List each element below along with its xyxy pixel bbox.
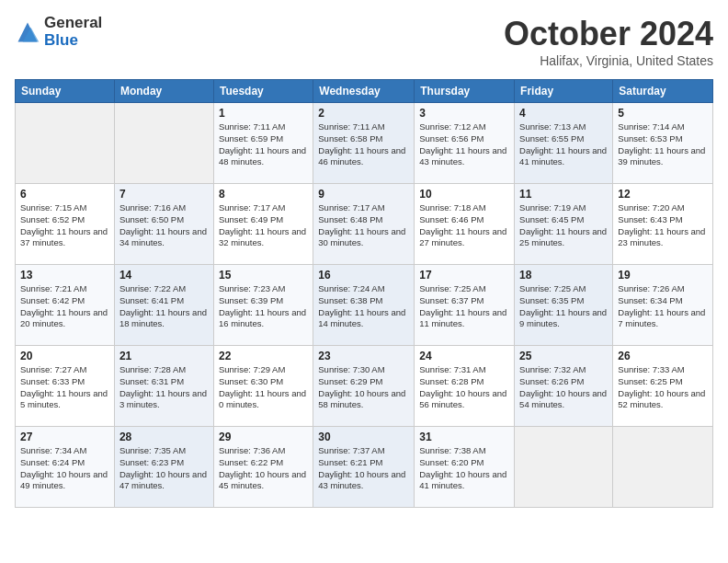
calendar-header: SundayMondayTuesdayWednesdayThursdayFrid…	[16, 80, 713, 103]
day-info: Sunrise: 7:25 AM Sunset: 6:35 PM Dayligh…	[519, 283, 608, 330]
day-info: Sunrise: 7:25 AM Sunset: 6:37 PM Dayligh…	[419, 283, 509, 330]
day-number: 18	[519, 269, 608, 282]
calendar-week-3: 20Sunrise: 7:27 AM Sunset: 6:33 PM Dayli…	[16, 346, 713, 427]
calendar-week-4: 27Sunrise: 7:34 AM Sunset: 6:24 PM Dayli…	[16, 427, 713, 508]
day-info: Sunrise: 7:24 AM Sunset: 6:38 PM Dayligh…	[318, 283, 409, 330]
day-number: 2	[318, 107, 409, 120]
header-row: SundayMondayTuesdayWednesdayThursdayFrid…	[16, 80, 713, 103]
day-info: Sunrise: 7:31 AM Sunset: 6:28 PM Dayligh…	[419, 364, 509, 411]
calendar-cell: 1Sunrise: 7:11 AM Sunset: 6:59 PM Daylig…	[213, 103, 313, 184]
day-info: Sunrise: 7:14 AM Sunset: 6:53 PM Dayligh…	[618, 121, 708, 168]
day-number: 20	[20, 350, 109, 362]
day-info: Sunrise: 7:12 AM Sunset: 6:56 PM Dayligh…	[419, 121, 509, 168]
calendar-cell: 23Sunrise: 7:30 AM Sunset: 6:29 PM Dayli…	[313, 346, 415, 427]
calendar-cell: 13Sunrise: 7:21 AM Sunset: 6:42 PM Dayli…	[16, 265, 115, 346]
day-number: 8	[219, 188, 308, 201]
header-cell-saturday: Saturday	[613, 80, 713, 103]
calendar-body: 1Sunrise: 7:11 AM Sunset: 6:59 PM Daylig…	[16, 103, 713, 508]
logo-text: General Blue	[44, 15, 102, 49]
day-info: Sunrise: 7:36 AM Sunset: 6:22 PM Dayligh…	[219, 445, 308, 492]
day-number: 10	[419, 188, 509, 201]
calendar-week-1: 6Sunrise: 7:15 AM Sunset: 6:52 PM Daylig…	[16, 184, 713, 265]
day-info: Sunrise: 7:32 AM Sunset: 6:26 PM Dayligh…	[519, 364, 608, 411]
calendar-cell: 9Sunrise: 7:17 AM Sunset: 6:48 PM Daylig…	[313, 184, 415, 265]
day-info: Sunrise: 7:11 AM Sunset: 6:58 PM Dayligh…	[318, 121, 409, 168]
calendar-cell: 28Sunrise: 7:35 AM Sunset: 6:23 PM Dayli…	[114, 427, 213, 508]
day-number: 22	[219, 350, 308, 362]
calendar-cell: 30Sunrise: 7:37 AM Sunset: 6:21 PM Dayli…	[313, 427, 415, 508]
day-info: Sunrise: 7:28 AM Sunset: 6:31 PM Dayligh…	[119, 364, 209, 411]
calendar-cell: 4Sunrise: 7:13 AM Sunset: 6:55 PM Daylig…	[515, 103, 613, 184]
logo: General Blue	[15, 15, 102, 49]
day-info: Sunrise: 7:21 AM Sunset: 6:42 PM Dayligh…	[20, 283, 109, 330]
day-number: 25	[519, 350, 608, 362]
day-info: Sunrise: 7:22 AM Sunset: 6:41 PM Dayligh…	[119, 283, 209, 330]
calendar-cell: 7Sunrise: 7:16 AM Sunset: 6:50 PM Daylig…	[114, 184, 213, 265]
day-info: Sunrise: 7:19 AM Sunset: 6:45 PM Dayligh…	[519, 202, 608, 249]
day-number: 5	[618, 107, 708, 120]
calendar-cell: 27Sunrise: 7:34 AM Sunset: 6:24 PM Dayli…	[16, 427, 115, 508]
header-cell-friday: Friday	[515, 80, 613, 103]
calendar-cell: 14Sunrise: 7:22 AM Sunset: 6:41 PM Dayli…	[114, 265, 213, 346]
day-number: 12	[618, 188, 708, 201]
day-number: 13	[20, 269, 109, 282]
calendar-cell: 24Sunrise: 7:31 AM Sunset: 6:28 PM Dayli…	[415, 346, 515, 427]
calendar-cell: 19Sunrise: 7:26 AM Sunset: 6:34 PM Dayli…	[613, 265, 713, 346]
calendar-table: SundayMondayTuesdayWednesdayThursdayFrid…	[15, 79, 713, 508]
day-number: 23	[318, 350, 409, 362]
day-number: 31	[419, 431, 509, 443]
header-cell-sunday: Sunday	[16, 80, 115, 103]
day-info: Sunrise: 7:38 AM Sunset: 6:20 PM Dayligh…	[419, 445, 509, 492]
day-info: Sunrise: 7:35 AM Sunset: 6:23 PM Dayligh…	[119, 445, 209, 492]
day-info: Sunrise: 7:26 AM Sunset: 6:34 PM Dayligh…	[618, 283, 708, 330]
day-number: 16	[318, 269, 409, 282]
calendar-cell: 17Sunrise: 7:25 AM Sunset: 6:37 PM Dayli…	[415, 265, 515, 346]
title-block: October 2024 Halifax, Virginia, United S…	[504, 15, 713, 68]
calendar-cell: 6Sunrise: 7:15 AM Sunset: 6:52 PM Daylig…	[16, 184, 115, 265]
header-cell-tuesday: Tuesday	[213, 80, 313, 103]
calendar-cell: 5Sunrise: 7:14 AM Sunset: 6:53 PM Daylig…	[613, 103, 713, 184]
day-number: 27	[20, 431, 109, 443]
day-number: 17	[419, 269, 509, 282]
day-info: Sunrise: 7:34 AM Sunset: 6:24 PM Dayligh…	[20, 445, 109, 492]
day-info: Sunrise: 7:11 AM Sunset: 6:59 PM Dayligh…	[219, 121, 308, 168]
day-info: Sunrise: 7:20 AM Sunset: 6:43 PM Dayligh…	[618, 202, 708, 249]
calendar-cell: 26Sunrise: 7:33 AM Sunset: 6:25 PM Dayli…	[613, 346, 713, 427]
calendar-cell: 2Sunrise: 7:11 AM Sunset: 6:58 PM Daylig…	[313, 103, 415, 184]
calendar-cell	[114, 103, 213, 184]
day-number: 1	[219, 107, 308, 120]
day-number: 28	[119, 431, 209, 443]
calendar-cell	[515, 427, 613, 508]
calendar-cell: 25Sunrise: 7:32 AM Sunset: 6:26 PM Dayli…	[515, 346, 613, 427]
calendar-cell: 11Sunrise: 7:19 AM Sunset: 6:45 PM Dayli…	[515, 184, 613, 265]
calendar-cell: 29Sunrise: 7:36 AM Sunset: 6:22 PM Dayli…	[213, 427, 313, 508]
day-number: 29	[219, 431, 308, 443]
calendar-cell	[613, 427, 713, 508]
page-header: General Blue October 2024 Halifax, Virgi…	[15, 15, 713, 68]
day-number: 9	[318, 188, 409, 201]
calendar-cell: 31Sunrise: 7:38 AM Sunset: 6:20 PM Dayli…	[415, 427, 515, 508]
day-number: 14	[119, 269, 209, 282]
calendar-cell	[16, 103, 115, 184]
day-number: 26	[618, 350, 708, 362]
calendar-cell: 21Sunrise: 7:28 AM Sunset: 6:31 PM Dayli…	[114, 346, 213, 427]
day-info: Sunrise: 7:23 AM Sunset: 6:39 PM Dayligh…	[219, 283, 308, 330]
day-info: Sunrise: 7:17 AM Sunset: 6:49 PM Dayligh…	[219, 202, 308, 249]
logo-general: General	[44, 15, 102, 32]
calendar-cell: 20Sunrise: 7:27 AM Sunset: 6:33 PM Dayli…	[16, 346, 115, 427]
calendar-cell: 16Sunrise: 7:24 AM Sunset: 6:38 PM Dayli…	[313, 265, 415, 346]
day-number: 30	[318, 431, 409, 443]
day-number: 11	[519, 188, 608, 201]
day-number: 24	[419, 350, 509, 362]
day-number: 19	[618, 269, 708, 282]
header-cell-thursday: Thursday	[415, 80, 515, 103]
location: Halifax, Virginia, United States	[504, 53, 713, 68]
day-number: 15	[219, 269, 308, 282]
month-title: October 2024	[504, 15, 713, 53]
day-number: 4	[519, 107, 608, 120]
day-info: Sunrise: 7:29 AM Sunset: 6:30 PM Dayligh…	[219, 364, 308, 411]
day-info: Sunrise: 7:37 AM Sunset: 6:21 PM Dayligh…	[318, 445, 409, 492]
day-info: Sunrise: 7:27 AM Sunset: 6:33 PM Dayligh…	[20, 364, 109, 411]
calendar-cell: 15Sunrise: 7:23 AM Sunset: 6:39 PM Dayli…	[213, 265, 313, 346]
day-info: Sunrise: 7:13 AM Sunset: 6:55 PM Dayligh…	[519, 121, 608, 168]
